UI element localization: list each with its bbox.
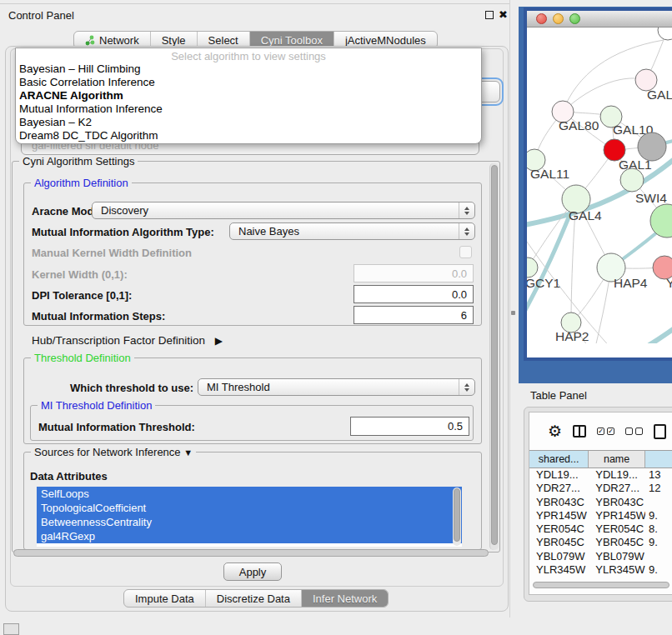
network-node-gray[interactable] — [638, 132, 666, 161]
table-cell: YBR043C — [589, 496, 645, 509]
table-cell: 13 — [645, 468, 672, 482]
cyni-bottom-tabbar: Impute DataDiscretize DataInfer Network — [123, 589, 389, 608]
close-traffic-light[interactable] — [536, 13, 547, 24]
network-node-top-partial[interactable] — [658, 28, 672, 40]
table-row[interactable]: YBL079WYBL079W — [529, 550, 672, 563]
unchecked-pair-icon[interactable] — [625, 428, 643, 435]
attribute-item[interactable]: gal4RGexp — [37, 529, 462, 543]
table-row[interactable]: YIL053CYIL053C9 — [529, 577, 672, 578]
node-label-HAP2: HAP2 — [555, 329, 589, 343]
mi-threshold-title: MI Threshold Definition — [38, 399, 155, 412]
mi-steps-label: Mutual Information Steps: — [32, 310, 165, 322]
column-header-name[interactable]: name — [589, 451, 645, 468]
algorithm-option[interactable]: Basic Correlation Inference — [16, 76, 481, 89]
tab-discretize-data[interactable]: Discretize Data — [206, 590, 302, 607]
tab-infer-network[interactable]: Infer Network — [302, 590, 388, 607]
dropdown-hint: Select algorithm to view settings — [16, 50, 481, 62]
table-row[interactable]: YDR27...YDR27...12 — [529, 482, 672, 495]
table-cell — [645, 550, 672, 563]
algorithm-option[interactable]: Bayesian – K2 — [16, 116, 481, 129]
table-rows: YDL19...YDL19...13YDR27...YDR27...12YBR0… — [529, 468, 672, 578]
zoom-traffic-light[interactable] — [569, 13, 580, 24]
mi-type-select[interactable]: Naive Bayes — [229, 222, 475, 240]
column-header-cut[interactable] — [645, 451, 672, 468]
algorithm-option[interactable]: Dream8 DC_TDC Algorithm — [16, 129, 481, 142]
table-cell: YDL19... — [529, 468, 589, 482]
table-cell: YIL053C — [529, 577, 589, 578]
table-row[interactable]: YPR145WYPR145W9. — [529, 509, 672, 522]
control-panel-title: Control Panel — [8, 9, 74, 22]
attribute-item[interactable]: SelfLoops — [37, 487, 462, 501]
mi-steps-input[interactable]: 6 — [354, 306, 474, 324]
table-panel-title: Table Panel — [530, 389, 587, 402]
which-threshold-select[interactable]: MI Threshold — [198, 378, 475, 396]
tab-impute-data[interactable]: Impute Data — [124, 590, 206, 607]
node-label-HAP4: HAP4 — [614, 276, 648, 290]
attribute-item[interactable]: BetweennessCentrality — [37, 515, 462, 529]
kernel-width-input[interactable]: 0.0 — [354, 264, 474, 282]
threshold-definition-title: Threshold Definition — [31, 352, 134, 364]
sources-title[interactable]: Sources for Network Inference ▼ — [31, 446, 196, 458]
table-row[interactable]: YDL19...YDL19...13 — [529, 468, 672, 482]
checked-pair-icon[interactable]: ✓✓ — [597, 428, 614, 435]
apply-button[interactable]: Apply — [223, 562, 282, 581]
network-node-green-mid[interactable] — [620, 168, 644, 192]
algorithm-definition-title: Algorithm Definition — [31, 177, 132, 189]
table-row[interactable]: YBR045CYBR045C9. — [529, 536, 672, 549]
minimize-traffic-light[interactable] — [553, 13, 564, 24]
table-cell: 9. — [645, 563, 672, 577]
node-label-GAL11: GAL11 — [530, 167, 569, 181]
table-cell: YBL079W — [589, 550, 645, 563]
settings-scrollbar[interactable] — [489, 163, 499, 550]
mi-threshold-input[interactable]: 0.5 — [350, 417, 469, 436]
document-icon[interactable] — [654, 424, 666, 439]
table-cell: YBR045C — [589, 536, 645, 549]
table-cell: YBL079W — [529, 550, 589, 563]
table-cell: 9 — [645, 577, 672, 578]
network-window[interactable]: GALGAL80GAL10GAL1GAL11GAL4SWI4GCY1HAP4YH… — [524, 8, 672, 361]
tab-label: Cyni Toolbox — [261, 34, 323, 47]
algorithm-option[interactable]: Mutual Information Inference — [16, 102, 481, 116]
node-label-GCY1: GCY1 — [527, 276, 560, 290]
dpi-tolerance-input[interactable]: 0.0 — [354, 285, 474, 303]
tab-label: Select — [208, 34, 238, 47]
settings-hscrollbar[interactable] — [13, 549, 489, 557]
node-label-Y: Y — [666, 276, 672, 290]
table-row[interactable]: YBR043CYBR043C — [529, 496, 672, 509]
gear-icon[interactable]: ⚙ — [548, 423, 562, 439]
divider-resize-handle[interactable] — [511, 311, 515, 315]
table-hscrollbar[interactable] — [533, 582, 669, 588]
table-row[interactable]: YER054CYER054C8. — [529, 522, 672, 536]
hub-tf-expander[interactable]: Hub/Transcription Factor Definition ▶ — [32, 334, 223, 347]
table-row[interactable]: YLR345WYLR345W9. — [529, 563, 672, 577]
table-cell: YBR043C — [529, 496, 589, 509]
attributes-scrollbar[interactable] — [453, 488, 461, 546]
table-cell: 9. — [645, 536, 672, 549]
table-cell: YBR045C — [529, 536, 589, 549]
stepper-arrows-icon — [459, 223, 474, 239]
table-cell: 8. — [645, 522, 672, 536]
network-edge — [625, 321, 672, 343]
column-header-shared...[interactable]: shared... — [529, 451, 589, 468]
network-window-titlebar[interactable] — [527, 11, 672, 28]
table-cell: YLR345W — [589, 563, 645, 577]
close-icon[interactable]: ✖ — [499, 8, 508, 21]
kernel-width-label: Kernel Width (0,1): — [32, 268, 128, 281]
algorithm-option[interactable]: ARACNE Algorithm — [16, 89, 481, 102]
attribute-item[interactable]: TopologicalCoefficient — [37, 501, 462, 515]
dpi-tolerance-label: DPI Tolerance [0,1]: — [32, 289, 132, 302]
table-cell — [645, 496, 672, 509]
table-cell: 12 — [645, 482, 672, 495]
which-threshold-label: Which threshold to use: — [70, 382, 193, 394]
network-node-gcy1[interactable] — [527, 258, 538, 278]
manual-kernel-checkbox[interactable] — [459, 246, 472, 258]
aracne-mode-select[interactable]: Discovery — [92, 202, 475, 219]
panel-divider[interactable] — [509, 0, 510, 618]
columns-icon[interactable] — [573, 425, 586, 438]
table-cell: YDR27... — [529, 482, 589, 495]
algorithm-option[interactable]: Bayesian – Hill Climbing — [16, 62, 481, 76]
corner-widget[interactable] — [3, 623, 19, 635]
network-canvas[interactable]: GALGAL80GAL10GAL1GAL11GAL4SWI4GCY1HAP4YH… — [527, 28, 672, 343]
network-node-swi4[interactable] — [650, 204, 672, 238]
float-window-icon[interactable] — [485, 11, 494, 19]
